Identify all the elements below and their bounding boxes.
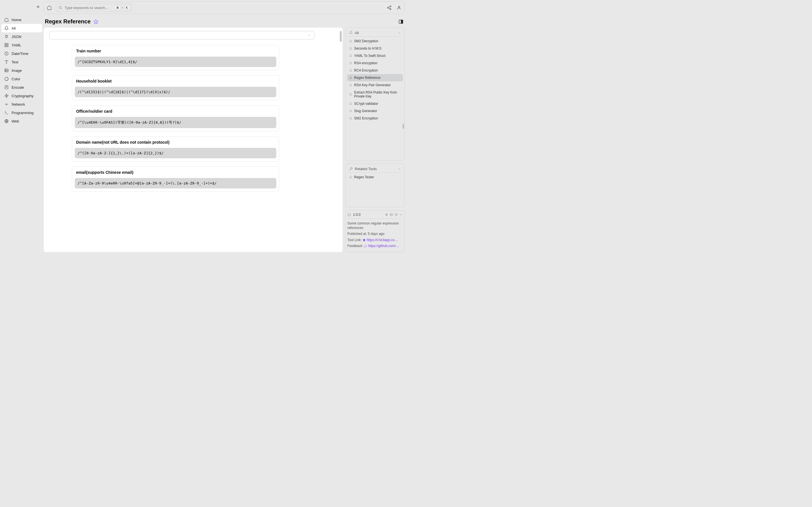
tool-label: RSA Key Pair Generator bbox=[354, 83, 391, 87]
regex-card: Officer/soldier card /^[\u4E00-\u9FA5](字… bbox=[72, 105, 279, 131]
tool-item[interactable]: Seconds to H:M:S bbox=[347, 45, 403, 52]
regex-pattern[interactable]: /^[A-Za-z0-9\u4e00-\u9fa5]+@[a-zA-Z0-9_-… bbox=[75, 178, 276, 188]
tool-label: Regex Reference bbox=[354, 76, 380, 80]
tool-item[interactable]: SM2 Decryption bbox=[347, 38, 403, 45]
feedback-link[interactable]: https://github.com/… bbox=[368, 244, 399, 248]
related-tool-item[interactable]: Regex Tester bbox=[347, 173, 403, 181]
regex-card: Train number /^[GCDZTSPKXLY1-9]\d{1,4}$/ bbox=[72, 45, 279, 70]
bell-icon bbox=[349, 117, 352, 120]
svg-point-15 bbox=[59, 6, 61, 8]
home-icon bbox=[4, 17, 9, 22]
tool-link-label: Tool Link: bbox=[347, 238, 362, 242]
wifi-icon bbox=[4, 102, 9, 107]
search-box[interactable]: ⌘ + K bbox=[56, 4, 132, 11]
kbd-cmd: ⌘ bbox=[114, 5, 121, 10]
regex-pattern[interactable]: /^[\u4E00-\u9FA5](字第)([0-9a-zA-Z]{4,8})(… bbox=[75, 117, 276, 128]
bell-icon bbox=[349, 47, 352, 50]
info-icon bbox=[347, 213, 351, 217]
regex-pattern[interactable]: /(^\d{15}$)|(^\d{18}$)|(^\d{17}(\d|X|x)$… bbox=[75, 87, 276, 97]
nav-datetime[interactable]: Date/Time bbox=[1, 49, 42, 58]
regex-pattern[interactable]: /^([0-9a-zA-Z-]{1,}\.)+([a-zA-Z]{2,})$/ bbox=[75, 148, 276, 158]
home-button[interactable] bbox=[47, 5, 52, 10]
tool-item[interactable]: RSA encryption bbox=[347, 59, 403, 67]
nav-web[interactable]: Web bbox=[1, 117, 42, 125]
check-icon[interactable] bbox=[395, 213, 398, 216]
bell-icon bbox=[349, 110, 352, 113]
regex-pattern[interactable]: /^[GCDZTSPKXLY1-9]\d{1,4}$/ bbox=[75, 57, 276, 67]
user-icon[interactable] bbox=[397, 5, 402, 10]
tool-item-active[interactable]: Regex Reference bbox=[347, 74, 403, 81]
bell-icon bbox=[349, 102, 352, 105]
feedback-label: Feedback: bbox=[347, 244, 363, 248]
info-description: Some common regular expression reference… bbox=[347, 221, 403, 230]
info-feedback: Feedback: https://github.com/… bbox=[347, 244, 403, 248]
nav-label: Home bbox=[11, 18, 21, 22]
tool-item[interactable]: RC4 Encryption bbox=[347, 67, 403, 74]
page-header: Regex Reference bbox=[44, 16, 405, 27]
panel-header-related[interactable]: Related Tools bbox=[347, 165, 403, 173]
top-right-actions bbox=[387, 5, 402, 10]
search-input[interactable] bbox=[64, 6, 112, 10]
collapse-sidebar-button[interactable] bbox=[36, 4, 40, 9]
svg-rect-0 bbox=[5, 43, 6, 45]
published-value: 5 days ago bbox=[368, 232, 385, 236]
scrollbar[interactable] bbox=[340, 31, 342, 42]
svg-point-18 bbox=[388, 7, 389, 8]
bolt-icon bbox=[4, 94, 9, 98]
nav-programming[interactable]: Programming bbox=[1, 108, 42, 117]
top-bar: ⌘ + K bbox=[44, 1, 405, 14]
tool-item[interactable]: YAML To Swift Struct bbox=[347, 52, 403, 59]
svg-marker-23 bbox=[94, 19, 98, 23]
category-dropdown[interactable] bbox=[49, 31, 314, 40]
nav-color[interactable]: Color bbox=[1, 75, 42, 83]
regex-title: Officer/soldier card bbox=[72, 106, 279, 117]
svg-point-19 bbox=[390, 8, 391, 10]
tool-label: RSA encryption bbox=[354, 61, 377, 65]
tool-item[interactable]: Slug Generator bbox=[347, 107, 403, 115]
chevron-down-icon[interactable] bbox=[399, 213, 403, 216]
bell-icon bbox=[349, 176, 352, 179]
nav-label: YAML bbox=[11, 43, 21, 47]
favorite-button[interactable] bbox=[93, 19, 98, 24]
bell-icon bbox=[349, 62, 352, 65]
nav-label: Cryptography bbox=[11, 94, 34, 98]
globe-icon[interactable] bbox=[390, 213, 393, 216]
nav-network[interactable]: Network bbox=[1, 100, 42, 108]
tool-item[interactable]: SCrypt validator bbox=[347, 100, 403, 107]
nav-crypto[interactable]: Cryptography bbox=[1, 92, 42, 100]
chevron-down-icon bbox=[398, 167, 401, 171]
scrollbar[interactable] bbox=[403, 124, 404, 129]
regex-card: Household booklet /(^\d{15}$)|(^\d{18}$)… bbox=[72, 75, 279, 100]
bell-icon bbox=[349, 40, 352, 43]
tool-label: SM2 Encryption bbox=[354, 116, 378, 120]
tool-item[interactable]: RSA Key Pair Generator bbox=[347, 81, 403, 89]
bolt-icon[interactable] bbox=[385, 213, 388, 216]
tool-link[interactable]: https://t.he3app.co… bbox=[366, 238, 398, 242]
tool-item[interactable]: SM2 Encryption bbox=[347, 115, 403, 122]
nav-json[interactable]: JSON bbox=[1, 33, 42, 41]
svg-point-22 bbox=[398, 6, 400, 8]
nav-label: Text bbox=[11, 60, 18, 64]
panel-header-all[interactable]: All bbox=[347, 29, 403, 37]
nav-image[interactable]: Image bbox=[1, 66, 42, 75]
sidebar: Home All JSON YAML Date/Time Text Image bbox=[0, 0, 44, 253]
nav-encode[interactable]: Encode bbox=[1, 83, 42, 92]
svg-point-32 bbox=[395, 214, 398, 216]
content-card: Train number /^[GCDZTSPKXLY1-9]\d{1,4}$/… bbox=[44, 27, 343, 252]
panel-toggle-button[interactable] bbox=[398, 19, 403, 24]
nav-home[interactable]: Home bbox=[1, 15, 42, 24]
nav-text[interactable]: Text bbox=[1, 58, 42, 66]
info-tool-link: Tool Link: https://t.he3app.co… bbox=[347, 238, 403, 242]
nav-yaml[interactable]: YAML bbox=[1, 41, 42, 49]
bell-icon bbox=[349, 54, 352, 57]
chevron-down-icon bbox=[307, 34, 311, 37]
chevron-down-icon bbox=[398, 31, 401, 35]
page-title: Regex Reference bbox=[45, 18, 91, 25]
bell-icon bbox=[4, 26, 9, 31]
svg-line-21 bbox=[389, 8, 390, 9]
svg-rect-1 bbox=[7, 43, 8, 45]
share-icon[interactable] bbox=[387, 5, 392, 10]
tool-label: SM2 Decryption bbox=[354, 39, 378, 43]
tool-item[interactable]: Extract RSA Public Key from Private Key bbox=[347, 89, 403, 100]
nav-all[interactable]: All bbox=[1, 24, 42, 33]
